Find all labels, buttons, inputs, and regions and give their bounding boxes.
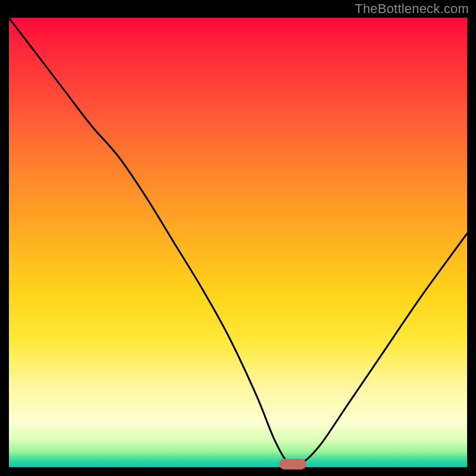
plot-area	[9, 18, 467, 467]
chart-frame: TheBottleneck.com	[0, 0, 476, 476]
optimum-marker	[279, 459, 306, 469]
watermark-text: TheBottleneck.com	[355, 1, 469, 17]
bottleneck-curve	[9, 18, 467, 467]
